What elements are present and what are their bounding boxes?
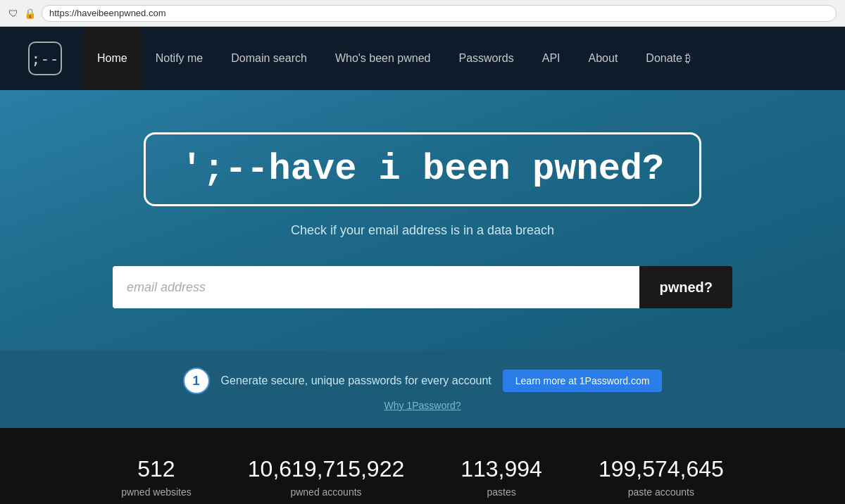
nav-item-home[interactable]: Home <box>83 27 142 90</box>
shield-icon: 🛡 <box>8 8 18 19</box>
nav-item-donate[interactable]: Donate ₿ <box>632 27 705 90</box>
stat-label-accounts: pwned accounts <box>248 486 404 498</box>
onepass-symbol: 1 <box>193 374 200 389</box>
lock-icon: 🔒 <box>24 8 36 19</box>
nav-links: Home Notify me Domain search Who's been … <box>83 27 705 90</box>
pwned-button[interactable]: pwned? <box>639 266 732 308</box>
stat-pastes: 113,994 pastes <box>461 456 542 498</box>
nav-link-domain[interactable]: Domain search <box>217 27 321 90</box>
nav-item-about[interactable]: About <box>575 27 632 90</box>
hero-title: ';--have i been pwned? <box>181 149 665 190</box>
nav-link-about[interactable]: About <box>575 27 632 90</box>
logo-symbol: ;-- <box>31 50 59 68</box>
nav-link-passwords[interactable]: Passwords <box>444 27 527 90</box>
stat-number-websites: 512 <box>121 456 192 482</box>
stat-pwned-websites: 512 pwned websites <box>121 456 192 498</box>
url-bar[interactable]: https://haveibeenpwned.com <box>42 5 837 22</box>
navbar: ;-- Home Notify me Domain search Who's b… <box>0 27 845 90</box>
stat-number-paste-accounts: 199,574,645 <box>599 456 724 482</box>
nav-link-donate[interactable]: Donate ₿ <box>632 27 705 90</box>
why-onepassword-link[interactable]: Why 1Password? <box>384 400 461 411</box>
stat-label-pastes: pastes <box>461 486 542 498</box>
hero-subtitle: Check if your email address is in a data… <box>291 223 554 238</box>
stat-pwned-accounts: 10,619,715,922 pwned accounts <box>248 456 404 498</box>
url-text: https://haveibeenpwned.com <box>49 8 166 18</box>
promo-section: 1 Generate secure, unique passwords for … <box>0 351 845 428</box>
onepassword-icon: 1 <box>183 367 210 394</box>
nav-item-passwords[interactable]: Passwords <box>444 27 527 90</box>
nav-item-api[interactable]: API <box>528 27 575 90</box>
nav-item-whos[interactable]: Who's been pwned <box>321 27 445 90</box>
stat-label-paste-accounts: paste accounts <box>599 486 724 498</box>
onepassword-button[interactable]: Learn more at 1Password.com <box>503 370 663 392</box>
nav-link-whos[interactable]: Who's been pwned <box>321 27 445 90</box>
stat-label-websites: pwned websites <box>121 486 192 498</box>
stats-section: 512 pwned websites 10,619,715,922 pwned … <box>0 428 845 504</box>
stat-number-pastes: 113,994 <box>461 456 542 482</box>
promo-text: Generate secure, unique passwords for ev… <box>221 374 492 387</box>
hero-title-box: ';--have i been pwned? <box>144 132 702 206</box>
logo-mark: ;-- <box>28 42 62 75</box>
nav-link-home[interactable]: Home <box>83 27 142 90</box>
nav-item-domain[interactable]: Domain search <box>217 27 321 90</box>
nav-link-notify[interactable]: Notify me <box>142 27 218 90</box>
stat-number-accounts: 10,619,715,922 <box>248 456 404 482</box>
email-input[interactable] <box>113 266 639 308</box>
nav-item-notify[interactable]: Notify me <box>142 27 218 90</box>
promo-row: 1 Generate secure, unique passwords for … <box>183 367 663 394</box>
search-bar: pwned? <box>113 266 732 308</box>
nav-link-api[interactable]: API <box>528 27 575 90</box>
browser-bar: 🛡 🔒 https://haveibeenpwned.com <box>0 0 845 27</box>
hero-section: ';--have i been pwned? Check if your ema… <box>0 90 845 351</box>
stat-paste-accounts: 199,574,645 paste accounts <box>599 456 724 498</box>
